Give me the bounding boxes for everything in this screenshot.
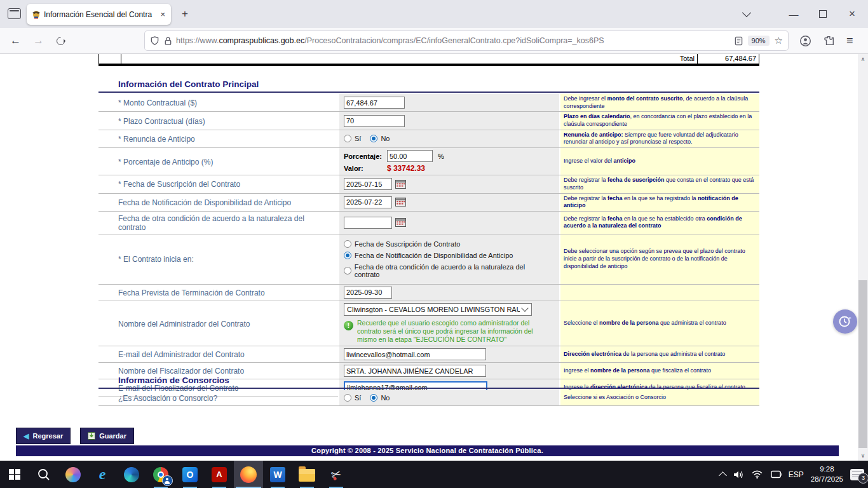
consorcio-no-radio[interactable] [370,394,377,402]
row-es-consorcio: ¿Es Asociación o Consorcio? Sí No Selecc… [98,390,759,406]
inicia-suscripcion-radio[interactable] [344,240,351,248]
select-chevron-icon [521,305,528,312]
calendar-icon[interactable] [395,180,406,189]
copyright-footer: Copyright © 2008 - 2025 Servicio Naciona… [16,445,839,456]
acrobat-icon[interactable]: A [205,461,234,488]
back-arrow-icon: ◀ [24,432,29,440]
page-content: Total 67,484.67 Información del Contrato… [0,54,858,461]
row-plazo-contractual: * Plazo Contractual (días) Plazo en días… [98,112,759,130]
restore-button[interactable] [812,0,834,28]
reader-mode-icon[interactable] [735,36,743,46]
forward-button[interactable]: → [33,28,44,53]
calendar-icon[interactable] [395,198,406,207]
clock[interactable]: 9:28 28/7/2025 [811,464,843,484]
scroll-down-icon[interactable]: ∨ [858,451,868,461]
new-tab-button[interactable]: + [182,8,188,20]
system-tray: ESP 9:28 28/7/2025 3 [720,461,864,488]
bookmark-star-icon[interactable]: ☆ [775,35,783,46]
administrador-note: ! Recuerde que el usuario escogido como … [344,319,548,344]
tab-title: Información Esencial del Contra [44,10,156,19]
file-explorer-icon[interactable] [292,461,322,488]
regresar-button[interactable]: ◀ Regresar [16,428,71,444]
row-contrato-inicia-en: * El Contrato inicia en: Fecha de Suscri… [98,234,759,285]
row-renuncia-anticipo: * Renuncia de Anticipo Sí No Renuncia de… [98,130,759,148]
site-favicon-icon [31,10,41,20]
items-total-row: Total 67,484.67 [98,54,759,65]
language-indicator[interactable]: ESP [789,470,804,479]
row-fecha-notificacion: Fecha de Notificación de Disponibilidad … [98,194,759,212]
table-bottom-border [98,65,759,66]
url-text: https://www.compraspublicas.gob.ec/Proce… [176,36,735,45]
email-administrador-input[interactable] [344,348,486,360]
fecha-terminacion-input[interactable] [344,287,392,299]
firefox-view-icon[interactable] [8,8,21,19]
page-scrollbar[interactable]: ∧ ∨ [858,54,868,461]
clock-icon [837,314,853,329]
shield-icon[interactable] [150,36,159,46]
url-bar[interactable]: https://www.compraspublicas.gob.ec/Proce… [145,31,788,50]
copilot-icon[interactable] [58,461,88,488]
info-icon: ! [344,321,353,330]
start-button[interactable] [0,461,29,488]
total-value: 67,484.67 [698,54,759,64]
edge-icon[interactable] [117,461,146,488]
tray-date: 28/7/2025 [811,475,843,483]
row-porcentaje-anticipo: * Porcentaje de Anticipo (%) Porcentaje:… [98,148,759,175]
menu-hamburger-icon[interactable]: ≡ [846,28,853,53]
tab-list-chevron-icon[interactable] [737,0,756,28]
monto-contractual-input[interactable] [344,97,405,109]
account-icon[interactable] [799,28,811,53]
row-monto-contractual: * Monto Contractual ($) Debe ingresar el… [98,94,759,112]
outlook-icon[interactable]: O [175,461,205,488]
total-label: Total [121,54,698,64]
row-fecha-otra-condicion: Fecha de otra condición de acuerdo a la … [98,212,759,234]
minimize-button[interactable]: — [783,0,804,28]
search-icon[interactable] [29,461,58,488]
valor-anticipo: $ 33742.33 [387,164,433,173]
row-fecha-terminacion: Fecha Prevista de Terminación de Contrat… [98,285,759,301]
save-icon [88,432,95,440]
extensions-puzzle-icon[interactable] [824,28,835,53]
notification-badge: 3 [858,473,868,484]
tab-close-icon[interactable]: × [159,10,166,19]
internet-explorer-icon[interactable]: e [88,461,117,488]
reload-button[interactable] [57,28,65,53]
notification-center-icon[interactable]: 3 [850,469,864,480]
contract-form: * Monto Contractual ($) Debe ingresar el… [98,94,759,396]
snipping-tool-icon[interactable]: ✂ [322,461,351,488]
renuncia-no-radio[interactable] [370,135,377,142]
guardar-button[interactable]: Guardar [80,428,134,444]
row-administrador: Nombre del Administrador del Contrato Cl… [98,301,759,346]
fecha-notificacion-input[interactable] [344,196,392,208]
lock-icon[interactable] [164,36,172,46]
back-button[interactable]: ← [10,28,21,53]
inicia-notificacion-radio[interactable] [344,252,351,259]
volume-icon[interactable] [733,470,744,480]
tray-time: 9:28 [820,465,834,473]
fecha-otra-condicion-input[interactable] [344,217,392,229]
zoom-level-badge[interactable]: 90% [748,36,770,46]
calendar-icon[interactable] [395,218,406,227]
plazo-contractual-input[interactable] [344,115,405,127]
wifi-icon[interactable] [751,470,763,479]
browser-navbar: ← → https://www.compraspublicas.gob.ec/P… [0,28,868,54]
browser-tab[interactable]: Información Esencial del Contra × [27,4,171,25]
floating-clock-widget[interactable] [833,309,857,334]
administrador-select[interactable]: Cliwinsgton - CEVALLOS MORENO LIWINSGTON… [344,303,532,316]
fecha-suscripcion-input[interactable] [344,178,392,190]
renuncia-si-radio[interactable] [344,135,351,142]
row-fecha-suscripcion: * Fecha de Suscripción del Contrato Debe… [98,175,759,193]
connect-display-icon[interactable] [770,470,782,479]
inicia-otra-condicion-radio[interactable] [344,267,351,274]
close-button[interactable]: × [841,0,863,28]
section-title-contrato: Información del Contrato Principal [98,79,759,93]
tray-chevron-icon[interactable] [719,471,727,480]
scrollbar-thumb[interactable] [858,280,867,448]
firefox-icon[interactable] [234,461,263,488]
word-icon[interactable]: W [263,461,292,488]
porcentaje-anticipo-input[interactable] [387,150,433,162]
consorcio-si-radio[interactable] [344,394,351,402]
screen: Información Esencial del Contra × + — × … [0,0,868,488]
chrome-icon[interactable] [146,461,175,488]
scroll-up-icon[interactable]: ∧ [858,54,868,64]
